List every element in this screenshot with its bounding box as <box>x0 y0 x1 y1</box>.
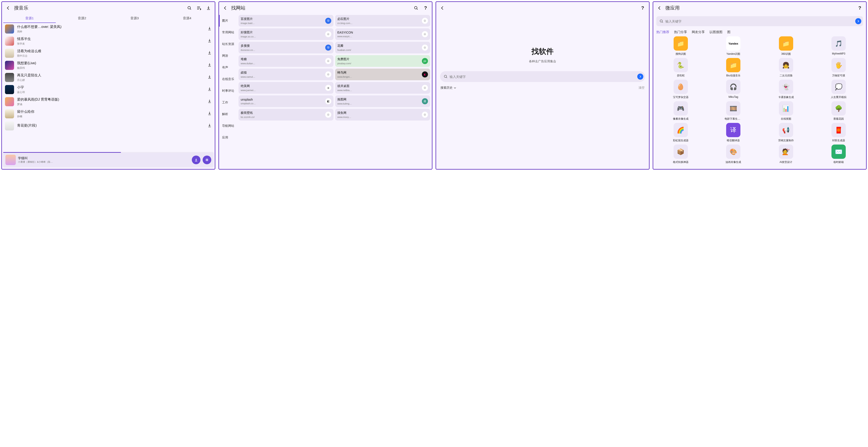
song-download-button[interactable] <box>207 63 212 68</box>
site-card[interactable]: 好搜图片 image.so.co… ⦾ <box>239 28 334 40</box>
category-item[interactable]: 常用网站 <box>219 27 239 38</box>
site-card[interactable]: 蜂鸟网 www.fengni… ◐ <box>335 68 430 80</box>
song-download-button[interactable] <box>207 75 212 80</box>
back-button[interactable] <box>656 4 663 12</box>
player-pause-button[interactable] <box>203 155 211 164</box>
category-item[interactable]: 时事评论 <box>219 85 239 97</box>
site-card[interactable]: 极简壁纸 bz.zzzmh.cn/ ⦾ <box>239 109 334 120</box>
song-download-button[interactable] <box>207 87 212 92</box>
category-item[interactable]: 导航网站 <box>219 120 239 132</box>
song-row[interactable]: 小宇 蓝心羽 <box>2 84 215 96</box>
app-item[interactable]: 📦 格式转换神器 <box>655 145 707 164</box>
app-item[interactable]: 📁 Biu动漫音乐 <box>708 58 759 78</box>
search-go-button[interactable] <box>637 73 643 80</box>
site-card[interactable]: 百度图片 image.baid… ⦿ <box>239 15 334 27</box>
song-row[interactable]: 留什么给你 孙楠 <box>2 108 215 120</box>
category-item[interactable]: 工作 <box>219 97 239 109</box>
playlist-icon[interactable] <box>195 4 203 12</box>
app-item[interactable]: 译 暗语翻译器 <box>708 123 759 142</box>
back-button[interactable] <box>439 4 446 12</box>
app-item[interactable]: 🎞️ 电影字幕生成… <box>708 101 759 121</box>
app-item[interactable]: 🖐️ 万物皆可摸 <box>813 58 865 78</box>
song-download-button[interactable] <box>207 99 212 104</box>
song-download-button[interactable] <box>207 38 212 44</box>
player-download-button[interactable] <box>192 155 200 164</box>
app-item[interactable]: 🧧 对联生成器 <box>813 123 865 142</box>
mini-player[interactable]: 学猫叫 小潘潘（潘柚彤）&小峰峰（陈… <box>3 152 213 167</box>
category-item[interactable]: 在线音乐 <box>219 73 239 85</box>
song-row[interactable]: 再见只是陌生人 庄心妍 <box>2 71 215 84</box>
search-go-button[interactable] <box>855 18 861 24</box>
app-item[interactable]: 📊 在线抠图 <box>760 101 812 121</box>
app-item[interactable]: 🥚 宝可梦杂交器 <box>655 80 707 99</box>
filter-tab[interactable]: 图 <box>727 30 731 34</box>
back-button[interactable] <box>222 4 229 12</box>
song-row[interactable]: 活着为啥这么难 雨中百合 <box>2 47 215 59</box>
app-item[interactable]: 🎧 MikuTag <box>708 80 759 99</box>
site-card[interactable]: 卤猫 www.oamul… ⦾ <box>239 68 334 80</box>
help-icon[interactable]: ? <box>422 4 429 12</box>
search-box[interactable] <box>656 16 863 26</box>
app-item[interactable]: Yandex Yandex识图 <box>708 36 759 56</box>
song-download-button[interactable] <box>207 123 212 128</box>
category-item[interactable]: 网游 <box>219 50 239 62</box>
source-tab[interactable]: 音源4 <box>161 14 213 23</box>
progress-bar[interactable] <box>3 152 121 153</box>
search-icon[interactable] <box>186 4 193 12</box>
song-row[interactable]: 我想要(Live) 杨宗纬 <box>2 59 215 71</box>
filter-tab[interactable]: 热门推荐 <box>656 30 669 34</box>
app-item[interactable]: 🎨 油画肖像生成 <box>708 145 759 164</box>
site-card[interactable]: 摸鱼网 www.mooy… ⦾ <box>335 109 430 120</box>
song-row[interactable]: 什么都不想要…over: 梁美凤) 周梓 <box>2 23 215 35</box>
song-download-button[interactable] <box>207 51 212 56</box>
app-item[interactable]: 📁 360识图 <box>760 36 812 56</box>
app-item[interactable]: 📁 搜狗识图 <box>655 36 707 56</box>
category-item[interactable]: 图片 <box>219 15 239 27</box>
filter-tab[interactable]: 以图搜图 <box>710 30 722 34</box>
site-card[interactable]: EASYICON www.easyic… ⦾ <box>335 28 430 40</box>
site-card[interactable]: 花瓣 huaban.com/ ⦾ <box>335 42 430 54</box>
app-item[interactable]: 💭 人生重开模拟 <box>813 80 865 99</box>
site-card[interactable]: 多搜搜 duososo.co… ⦿ <box>239 42 334 54</box>
app-item[interactable]: 🎵 MyfreeMP3 <box>813 36 865 56</box>
search-input[interactable] <box>665 20 854 23</box>
site-card[interactable]: 堆糖 www.duitan… ⦾ <box>239 55 334 67</box>
source-tab[interactable]: 音源2 <box>56 14 108 23</box>
category-item[interactable]: 应用 <box>219 132 239 144</box>
song-row[interactable]: 情系半生 张学友 <box>2 35 215 47</box>
site-card[interactable]: 彼岸桌面 www.netbia… ⦾ <box>335 82 430 94</box>
app-item[interactable]: 🎮 像素肖像生成 <box>655 101 707 121</box>
app-item[interactable]: 🌈 彩虹屁生成器 <box>655 123 707 142</box>
category-item[interactable]: 解析 <box>219 109 239 120</box>
song-row[interactable]: 爱的暴风雨(DJ 霄霄粤语版) 梦涵 <box>2 96 215 108</box>
back-button[interactable] <box>4 4 12 12</box>
song-download-button[interactable] <box>207 111 212 116</box>
app-item[interactable]: 🐍 贪吃蛇 <box>655 58 707 78</box>
search-icon[interactable] <box>412 4 420 12</box>
app-item[interactable]: 📢 营销文案制作 <box>760 123 812 142</box>
source-tab[interactable]: 音源1 <box>3 14 56 23</box>
category-item[interactable]: 有声 <box>219 62 239 73</box>
app-item[interactable]: 👧 二次元捏脸 <box>760 58 812 78</box>
search-input[interactable] <box>450 75 636 79</box>
site-card[interactable]: unsplash unsplash.co… ◧ <box>239 95 334 107</box>
clear-history-button[interactable]: 清空 <box>639 86 645 90</box>
filter-tab[interactable]: 网友分享 <box>692 30 705 34</box>
filter-tab[interactable]: 热门分享 <box>674 30 687 34</box>
site-card[interactable]: 免费图片 pixabay.com/ px <box>335 55 430 67</box>
song-download-button[interactable] <box>207 26 212 32</box>
source-tab[interactable]: 音源3 <box>108 14 161 23</box>
song-row[interactable]: 青花瓷(片段) <box>2 120 215 132</box>
download-icon[interactable] <box>205 4 212 12</box>
site-card[interactable]: 推图网 www.tuiimg… 推 <box>335 95 430 107</box>
site-card[interactable]: 必应图片 cn.bing.com… ⦾ <box>335 15 430 27</box>
app-item[interactable]: 🌳 蔷薇花园 <box>813 101 865 121</box>
site-card[interactable]: 绝美网 www.juemei… ◉ <box>239 82 334 94</box>
help-icon[interactable]: ? <box>639 4 646 12</box>
category-item[interactable]: 站长资源 <box>219 38 239 50</box>
app-item[interactable]: 👻 卡通形象生成 <box>760 80 812 99</box>
app-item[interactable]: ✉️ 临时邮箱 <box>813 145 865 164</box>
search-box[interactable] <box>440 71 645 82</box>
history-label[interactable]: 搜索历史 <box>440 86 457 90</box>
help-icon[interactable]: ? <box>856 4 864 12</box>
